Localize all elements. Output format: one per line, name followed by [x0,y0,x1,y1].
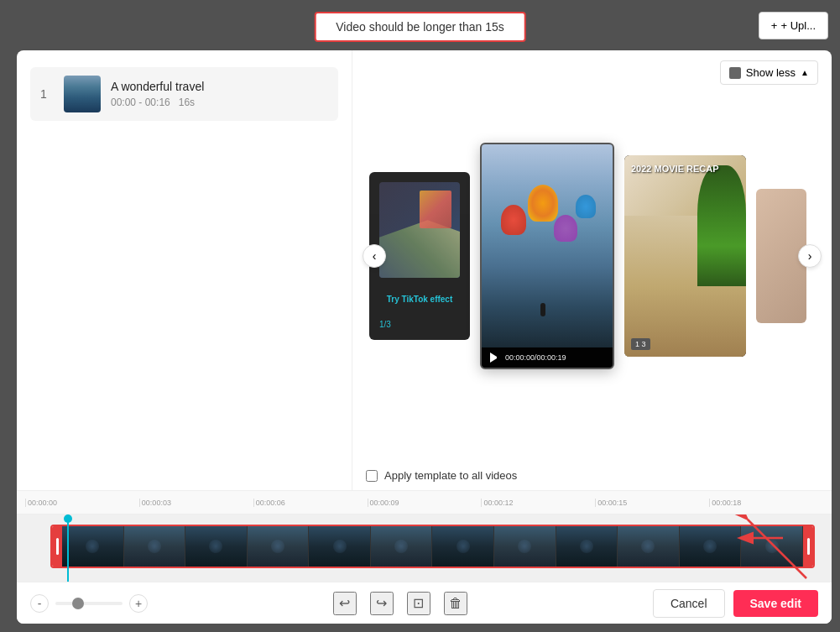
cursor-head [64,514,72,523]
balloon-red [501,205,526,235]
template-card-movie[interactable]: 2022 MOVIE RECAP 1 3 [624,155,746,357]
cancel-button[interactable]: Cancel [653,589,725,618]
chevron-up-icon: ▲ [801,68,809,77]
movie-tree [697,165,746,286]
frame-3 [185,526,248,567]
upload-button[interactable]: + + Upl... [759,12,828,39]
frame-dots-4 [271,540,284,553]
balloon-image [482,144,613,347]
frame-12 [741,526,803,567]
balloon-blue [576,195,596,218]
apply-template-label: Apply template to all videos [384,469,517,482]
show-less-label: Show less [746,66,796,79]
frame-2 [124,526,186,567]
zoom-minus-button[interactable]: - [30,594,49,613]
car-reflection [420,191,451,229]
track-filmstrip [62,526,803,567]
handle-bar-left [56,538,59,555]
frame-4 [248,526,310,567]
video-list-item[interactable]: 1 A wonderful travel 00:00 - 00:16 16s [30,67,338,121]
frame-dots-2 [148,540,161,553]
frame-dots-5 [333,540,347,553]
ruler-mark-1: 00:00:03 [139,499,253,507]
ruler-marks: 00:00:00 00:00:03 00:00:06 00:00:09 00:0… [25,499,823,507]
frame-8 [494,526,556,567]
effect-text: Try TikTok effect [379,295,460,304]
frame-dots-7 [457,540,470,553]
zoom-slider[interactable] [55,602,123,605]
car-mirror [379,220,460,278]
split-button[interactable]: ⊡ [407,592,430,615]
frame-dots-1 [86,540,99,553]
video-number: 1 [40,87,54,101]
frame-5 [309,526,371,567]
timeline-cursor [67,514,69,582]
frame-dots-12 [765,540,779,553]
error-text: Video should be longer than 15s [336,20,504,34]
track-handle-left[interactable] [52,526,62,567]
timeline-section: 00:00:00 00:00:03 00:00:06 00:00:09 00:0… [17,490,832,582]
template-card-balloon[interactable]: 00:00:00/00:00:19 [480,143,614,369]
frame-dots-3 [209,540,222,553]
zoom-slider-thumb[interactable] [72,598,84,609]
frame-9 [556,526,618,567]
timeline-track-area[interactable] [17,514,832,582]
timeline-ruler: 00:00:00 00:00:03 00:00:06 00:00:09 00:0… [17,491,832,514]
error-banner: Video should be longer than 15s [314,12,526,42]
zoom-controls: - + [30,594,148,613]
video-meta: 00:00 - 00:16 16s [111,97,328,108]
apply-template-row: Apply template to all videos [352,461,832,490]
templates-area: ‹ Try TikTok effect 1/3 [352,50,832,461]
delete-button[interactable]: 🗑 [444,592,467,615]
save-edit-button[interactable]: Save edit [733,590,818,617]
ruler-mark-5: 00:00:15 [595,499,709,507]
frame-6 [371,526,433,567]
frame-dots-8 [518,540,531,553]
balloon-orange [528,185,558,222]
video-thumbnail [64,76,101,112]
right-panel: Show less ▲ ‹ Try TikTok effect 1/3 [352,50,832,490]
ruler-mark-4: 00:00:12 [481,499,595,507]
ruler-mark-0: 00:00:00 [25,499,139,507]
editor-modal: 1 A wonderful travel 00:00 - 00:16 16s [17,50,832,624]
undo-button[interactable]: ↩ [333,592,357,615]
ruler-mark-2: 00:00:06 [253,499,368,507]
redo-button[interactable]: ↪ [370,592,394,615]
movie-image: 2022 MOVIE RECAP 1 3 [624,155,746,357]
frame-10 [618,526,680,567]
handle-bar-right [807,538,810,555]
video-track[interactable] [50,525,815,568]
video-info: A wonderful travel 00:00 - 00:16 16s [111,80,328,108]
tiktok-counter: 1/3 [379,320,460,329]
frame-7 [432,526,494,567]
movie-counter: 1 3 [631,338,650,350]
modal-content: 1 A wonderful travel 00:00 - 00:16 16s [17,50,832,490]
car-image [379,182,460,278]
frame-dots-10 [641,540,655,553]
apply-template-checkbox[interactable] [366,470,378,482]
edit-controls: ↩ ↪ ⊡ 🗑 [333,592,467,615]
balloon-purple [554,215,577,242]
play-icon [490,353,500,363]
show-less-icon [729,67,741,79]
frame-dots-9 [580,540,593,553]
thumb-inner [64,76,101,112]
zoom-plus-button[interactable]: + [129,594,148,613]
upload-plus-icon: + [771,19,778,32]
balloon-time: 00:00:00/00:00:19 [505,353,566,362]
track-handle-right[interactable] [803,526,813,567]
frame-1 [62,526,124,567]
action-buttons: Cancel Save edit [653,589,818,618]
movie-title-overlay: 2022 MOVIE RECAP [631,164,739,175]
ruler-mark-3: 00:00:09 [368,499,482,507]
show-less-button[interactable]: Show less ▲ [720,60,818,85]
carousel-right-button[interactable]: › [798,244,822,268]
ground-person [540,303,545,316]
bottom-controls: - + ↩ ↪ ⊡ 🗑 Cancel Save edit [17,582,832,624]
video-title: A wonderful travel [111,80,328,93]
carousel-left-button[interactable]: ‹ [363,244,386,268]
frame-11 [680,526,742,567]
balloon-bottom-bar: 00:00:00/00:00:19 [482,347,613,368]
ruler-mark-6: 00:00:18 [709,499,823,507]
left-panel: 1 A wonderful travel 00:00 - 00:16 16s [17,50,352,490]
